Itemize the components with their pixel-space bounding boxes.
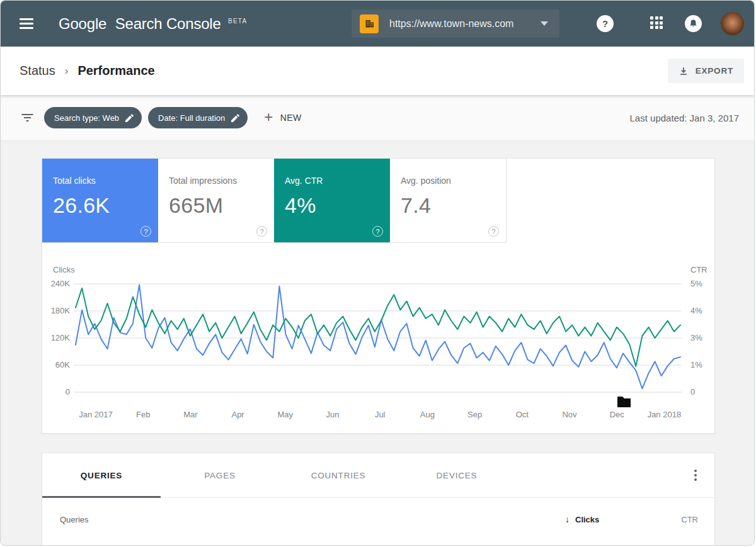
column-header-clicks-label: Clicks <box>575 515 599 524</box>
help-circle-icon[interactable]: ? <box>256 226 267 237</box>
chart-canvas: 240K5%180K4%120K3%60K1%00ClicksCTRJan 20… <box>42 243 714 434</box>
metric-label: Avg. position <box>401 176 506 186</box>
clicks-ctr-line-chart[interactable]: 240K5%180K4%120K3%60K1%00ClicksCTRJan 20… <box>42 243 714 434</box>
breadcrumb: Status › Performance <box>20 64 155 78</box>
export-label: EXPORT <box>696 66 733 76</box>
svg-text:Apr: Apr <box>231 410 244 419</box>
search-type-chip[interactable]: Search type: Web <box>44 107 142 128</box>
avatar[interactable] <box>721 12 744 35</box>
svg-text:Sep: Sep <box>467 410 482 419</box>
svg-text:Oct: Oct <box>516 410 529 419</box>
logo-google: Google <box>59 15 106 32</box>
svg-text:Jul: Jul <box>375 410 386 419</box>
svg-text:0: 0 <box>66 387 70 397</box>
topbar-actions: ? <box>597 1 744 47</box>
svg-text:240K: 240K <box>51 279 71 288</box>
svg-text:May: May <box>278 410 294 419</box>
column-header-ctr: CTR <box>681 515 698 524</box>
filter-icon[interactable] <box>21 113 34 123</box>
last-updated-text: Last updated: Jan 3, 2017 <box>630 113 739 123</box>
svg-text:Jan 2017: Jan 2017 <box>79 410 113 419</box>
metric-value: 26.6K <box>53 193 158 218</box>
notifications-bell-icon[interactable] <box>685 15 702 32</box>
metric-label: Avg. CTR <box>285 176 390 186</box>
top-bar: Google Search Console BETA https://www.t… <box>1 1 754 47</box>
svg-text:3%: 3% <box>690 333 702 342</box>
metric-value: 7.4 <box>401 193 506 218</box>
search-type-chip-label: Search type: Web <box>54 113 119 123</box>
svg-text:180K: 180K <box>51 306 71 315</box>
breadcrumb-status[interactable]: Status <box>20 64 55 78</box>
edit-pencil-icon <box>125 114 134 122</box>
help-circle-icon[interactable]: ? <box>488 226 499 237</box>
main-content: Total clicks 26.6K ? Total impressions 6… <box>1 141 754 546</box>
site-building-icon <box>360 14 379 33</box>
page-title: Performance <box>77 64 154 78</box>
dimension-tabs: QUERIES PAGES COUNTRIES DEVICES <box>42 453 714 498</box>
breadcrumb-chevron-icon: › <box>65 65 69 77</box>
metric-value: 665M <box>169 193 274 218</box>
tab-pages[interactable]: PAGES <box>161 453 279 497</box>
svg-text:1%: 1% <box>690 360 702 369</box>
svg-text:4%: 4% <box>690 306 702 315</box>
app-logo: Google Search Console BETA <box>59 15 247 33</box>
property-url: https://www.town-news.com <box>389 18 513 30</box>
export-button[interactable]: EXPORT <box>668 59 744 83</box>
apps-grid-icon[interactable] <box>650 16 665 31</box>
svg-text:CTR: CTR <box>690 265 707 274</box>
svg-text:Jan 2018: Jan 2018 <box>648 410 682 419</box>
table-header-row: Queries ↓ Clicks CTR <box>42 498 714 541</box>
help-circle-icon[interactable]: ? <box>140 226 151 237</box>
svg-text:5%: 5% <box>690 279 702 288</box>
metric-tile-total-clicks[interactable]: Total clicks 26.6K ? <box>42 159 158 242</box>
app-window: Google Search Console BETA https://www.t… <box>0 0 755 546</box>
date-range-chip-label: Date: Full duration <box>158 113 225 123</box>
metric-tile-avg-ctr[interactable]: Avg. CTR 4% ? <box>274 159 390 242</box>
svg-text:0: 0 <box>690 387 695 397</box>
help-icon[interactable]: ? <box>597 15 614 32</box>
edit-pencil-icon <box>231 114 239 122</box>
date-range-chip[interactable]: Date: Full duration <box>148 107 248 128</box>
chevron-down-icon <box>541 21 548 26</box>
tab-devices[interactable]: DEVICES <box>398 453 516 497</box>
dimensions-table-card: QUERIES PAGES COUNTRIES DEVICES Queries … <box>42 453 715 546</box>
hamburger-menu-icon[interactable] <box>20 15 33 31</box>
metric-label: Total impressions <box>169 176 274 186</box>
metric-tile-avg-position[interactable]: Avg. position 7.4 ? <box>390 159 506 242</box>
help-circle-icon[interactable]: ? <box>372 226 383 237</box>
property-selector[interactable]: https://www.town-news.com <box>352 9 559 38</box>
svg-text:Feb: Feb <box>136 410 150 419</box>
sort-down-icon: ↓ <box>565 514 570 524</box>
svg-text:Nov: Nov <box>562 410 577 419</box>
column-header-clicks-sort[interactable]: ↓ Clicks <box>565 514 599 524</box>
logo-product: Search Console <box>115 15 221 32</box>
page-header: Status › Performance EXPORT <box>1 47 754 95</box>
svg-text:Clicks: Clicks <box>53 265 75 274</box>
svg-text:Dec: Dec <box>610 410 625 419</box>
beta-badge: BETA <box>228 18 247 25</box>
new-filter-label: NEW <box>280 113 302 123</box>
metric-tile-total-impressions[interactable]: Total impressions 665M ? <box>158 159 274 242</box>
svg-text:120K: 120K <box>51 333 71 342</box>
column-header-queries: Queries <box>60 515 89 524</box>
performance-chart-card: Total clicks 26.6K ? Total impressions 6… <box>42 158 715 434</box>
cursor-artifact <box>617 397 631 407</box>
new-filter-button[interactable]: + NEW <box>264 110 301 125</box>
svg-text:60K: 60K <box>55 360 70 369</box>
metric-value: 4% <box>285 193 390 218</box>
overflow-menu-icon[interactable] <box>692 465 699 485</box>
plus-icon: + <box>264 110 273 125</box>
metric-label: Total clicks <box>53 176 158 186</box>
download-icon <box>679 66 689 76</box>
metric-tiles: Total clicks 26.6K ? Total impressions 6… <box>42 159 507 243</box>
tab-countries[interactable]: COUNTRIES <box>279 453 398 497</box>
filter-bar: Search type: Web Date: Full duration + N… <box>1 95 754 141</box>
svg-text:Mar: Mar <box>183 410 198 419</box>
tab-queries[interactable]: QUERIES <box>42 453 161 497</box>
svg-text:Jun: Jun <box>326 410 340 419</box>
svg-text:Aug: Aug <box>420 410 435 419</box>
